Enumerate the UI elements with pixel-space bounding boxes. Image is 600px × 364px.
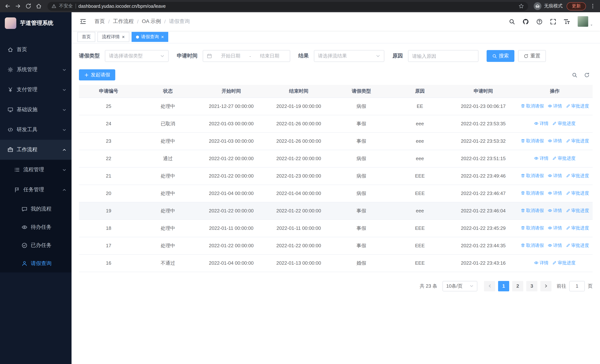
browser-back-icon[interactable] (4, 3, 11, 9)
page-button-3[interactable]: 3 (526, 281, 537, 291)
sidebar-item-infrastructure[interactable]: 基础设施 (0, 100, 72, 120)
progress-link[interactable]: 审批进度 (566, 103, 589, 109)
goto-unit-label: 页 (588, 283, 593, 289)
refresh-table-icon[interactable] (584, 72, 590, 78)
result-select[interactable]: 请选择流结果 (314, 50, 384, 62)
browser-home-icon[interactable] (36, 3, 42, 9)
browser-menu-icon[interactable] (590, 3, 596, 9)
sidebar-item-task-management[interactable]: 任务管理 (0, 180, 72, 200)
table-row: 17处理中2022-01-22 00:00:002022-01-22 00:00… (79, 237, 593, 254)
page-button-1[interactable]: 1 (498, 281, 509, 291)
browser-forward-icon[interactable] (15, 3, 21, 9)
sidebar-item-done-tasks[interactable]: 已办任务 (0, 236, 72, 254)
progress-link[interactable]: 审批进度 (566, 225, 589, 231)
goto-page-input[interactable] (569, 281, 585, 291)
reset-button[interactable]: 重置 (518, 50, 546, 62)
cancel-leave-link[interactable]: 取消请假 (521, 173, 544, 179)
fullscreen-icon[interactable] (550, 18, 556, 25)
cell-id: 16 (79, 254, 138, 272)
address-bar[interactable]: 不安全 dashboard.yudao.iocoder.cn/bpm/oa/le… (47, 2, 528, 10)
op-label: 取消请假 (526, 173, 544, 179)
progress-link[interactable]: 审批进度 (566, 208, 589, 214)
cell-id: 25 (79, 97, 138, 115)
tab-process-detail[interactable]: 流程详情× (97, 32, 129, 42)
progress-link[interactable]: 审批进度 (552, 121, 576, 127)
column-header: 开始时间 (197, 85, 265, 97)
sidebar-item-process-management[interactable]: 流程管理 (0, 160, 72, 180)
close-tab-icon[interactable]: × (122, 35, 125, 39)
pen-icon (566, 139, 570, 143)
search-icon[interactable] (509, 18, 515, 25)
sidebar-item-leave-query[interactable]: 请假查询 (0, 254, 72, 272)
tab-leave-query[interactable]: 请假查询× (131, 32, 168, 42)
cell-start-time: 2021-12-27 00:00:00 (197, 97, 265, 115)
cell-start-time: 2022-01-22 00:00:00 (197, 202, 265, 219)
breadcrumb-item[interactable]: 工作流程 (113, 18, 134, 25)
detail-link[interactable]: 详情 (534, 155, 548, 162)
cell-apply-time: 2022-01-22 23:46:47 (450, 185, 517, 202)
apply-time-range-picker[interactable]: 开始日期 - 结束日期 (203, 50, 290, 62)
cancel-leave-link[interactable]: 取消请假 (521, 103, 544, 109)
reason-input[interactable] (412, 53, 474, 59)
chevron-down-icon (62, 108, 66, 112)
tab-home[interactable]: 首页 (77, 32, 95, 42)
cancel-leave-link[interactable]: 取消请假 (521, 225, 544, 231)
font-size-icon[interactable] (564, 18, 570, 25)
table-tools (572, 72, 590, 78)
cancel-leave-link[interactable]: 取消请假 (521, 208, 544, 214)
progress-link[interactable]: 审批进度 (566, 243, 589, 249)
user-menu[interactable] (577, 16, 593, 27)
next-page-button[interactable] (540, 281, 552, 291)
sidebar-item-workflow[interactable]: 工作流程 (0, 140, 72, 160)
detail-link[interactable]: 详情 (548, 173, 562, 179)
infra-icon (7, 107, 13, 113)
progress-link[interactable]: 审批进度 (566, 190, 589, 196)
cell-reason: eee (390, 132, 450, 150)
collapse-sidebar-icon[interactable] (80, 19, 86, 24)
browser-reload-icon[interactable] (25, 3, 31, 9)
pen-icon (552, 156, 557, 161)
progress-link[interactable]: 审批进度 (552, 155, 576, 162)
detail-link[interactable]: 详情 (534, 260, 548, 266)
cancel-leave-link[interactable]: 取消请假 (521, 243, 544, 249)
progress-link[interactable]: 审批进度 (566, 138, 589, 144)
refresh-icon (524, 54, 528, 58)
cell-leave-type: 病假 (332, 185, 390, 202)
detail-link[interactable]: 详情 (548, 138, 562, 144)
detail-link[interactable]: 详情 (548, 208, 562, 214)
sidebar-item-todo-tasks[interactable]: 待办任务 (0, 218, 72, 236)
update-button[interactable]: 更新 (567, 2, 586, 10)
detail-link[interactable]: 详情 (534, 121, 548, 127)
progress-link[interactable]: 审批进度 (552, 260, 576, 266)
detail-link[interactable]: 详情 (548, 225, 562, 231)
op-label: 详情 (553, 190, 562, 196)
bookmark-icon[interactable] (518, 3, 524, 9)
cell-end-time: 2022-01-23 00:00:00 (265, 167, 332, 185)
detail-link[interactable]: 详情 (548, 243, 562, 249)
tab-label: 流程详情 (102, 34, 120, 40)
prev-page-button[interactable] (484, 281, 495, 291)
github-icon[interactable] (523, 18, 529, 25)
help-icon[interactable] (536, 18, 543, 25)
toggle-search-icon[interactable] (572, 72, 577, 78)
sidebar-item-my-process[interactable]: 我的流程 (0, 200, 72, 218)
breadcrumb-item[interactable]: OA 示例 (142, 18, 161, 25)
search-button[interactable]: 搜索 (487, 50, 514, 62)
cancel-leave-link[interactable]: 取消请假 (521, 190, 544, 196)
sidebar-item-system-management[interactable]: 系统管理 (0, 60, 72, 80)
sidebar-item-home[interactable]: 首页 (0, 40, 72, 60)
page-button-2[interactable]: 2 (512, 281, 523, 291)
trash-icon (521, 208, 525, 213)
devtools-icon (7, 127, 13, 133)
sidebar-item-dev-tools[interactable]: 研发工具 (0, 120, 72, 140)
breadcrumb-item[interactable]: 首页 (94, 18, 105, 25)
leave-type-select[interactable]: 请选择请假类型 (105, 50, 169, 62)
close-tab-icon[interactable]: × (161, 35, 164, 39)
create-leave-button[interactable]: 发起请假 (79, 69, 115, 80)
page-size-select[interactable]: 10条/页 (442, 281, 477, 291)
detail-link[interactable]: 详情 (548, 103, 562, 109)
progress-link[interactable]: 审批进度 (566, 173, 589, 179)
detail-link[interactable]: 详情 (548, 190, 562, 196)
sidebar-item-payment-management[interactable]: 支付管理 (0, 80, 72, 100)
cancel-leave-link[interactable]: 取消请假 (521, 138, 544, 144)
